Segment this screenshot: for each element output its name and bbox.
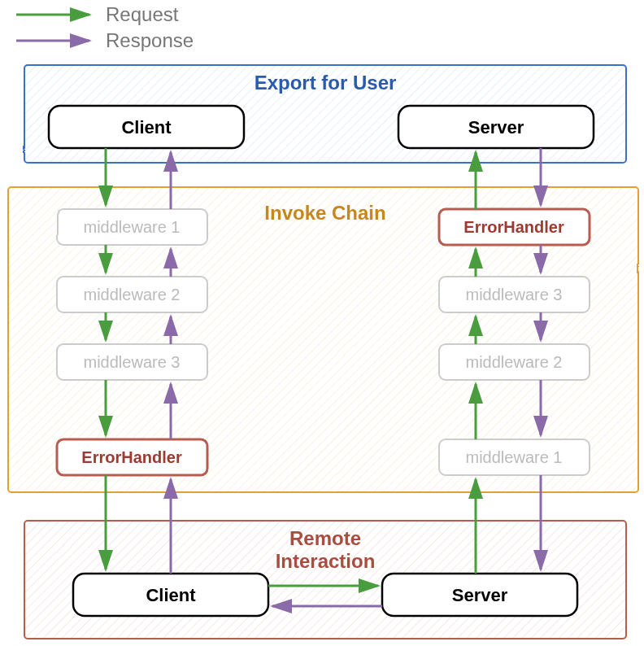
remote-title-line2: Interaction	[276, 550, 376, 572]
legend: Request Response	[16, 3, 194, 51]
right-middleware-2-label: middleware 2	[466, 353, 563, 371]
legend-request-label: Request	[106, 3, 179, 25]
client-bottom-label: Client	[146, 585, 196, 605]
invoke-title: Invoke Chain	[264, 202, 385, 224]
export-title: Export for User	[255, 72, 397, 94]
server-top-label: Server	[468, 117, 524, 137]
invoke-section: Invoke Chain middleware 1 middleware 2 m…	[8, 187, 638, 492]
right-errorhandler-label: ErrorHandler	[463, 218, 564, 236]
right-middleware-3-label: middleware 3	[466, 286, 563, 303]
legend-response-label: Response	[106, 29, 194, 51]
left-middleware-2-label: middleware 2	[84, 286, 181, 303]
remote-title-line1: Remote	[289, 527, 361, 549]
server-bottom-label: Server	[452, 585, 508, 605]
right-middleware-1-label: middleware 1	[466, 448, 563, 466]
left-middleware-1-label: middleware 1	[84, 218, 181, 236]
client-top-label: Client	[121, 117, 172, 137]
left-middleware-3-label: middleware 3	[84, 353, 181, 371]
left-errorhandler-label: ErrorHandler	[81, 448, 182, 466]
architecture-diagram: Request Response Export for User Client …	[0, 0, 644, 646]
remote-section: Remote Interaction Client Server	[24, 521, 626, 639]
export-section: Export for User Client Server	[24, 65, 626, 163]
